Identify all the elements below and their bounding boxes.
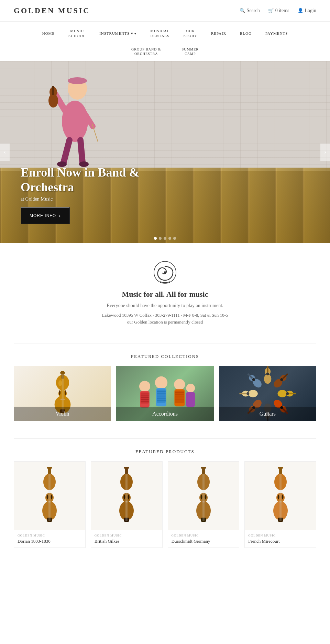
collection-guitars-label: Guitars (219, 407, 316, 421)
slider-dot-4[interactable] (168, 237, 171, 240)
login-button[interactable]: Login (298, 8, 316, 13)
address-line1: Lakewood 10395 W Colfax · 303-279-1111 ·… (102, 313, 228, 318)
svg-point-116 (200, 495, 202, 499)
slider-dot-3[interactable] (164, 237, 166, 240)
svg-point-100 (124, 467, 129, 469)
nav-payments[interactable]: PAYMENTS (258, 27, 295, 39)
svg-line-5 (64, 140, 69, 162)
svg-point-92 (47, 495, 48, 499)
products-section: FEATURED PRODUCTS (0, 449, 330, 562)
product-violin-1 (39, 467, 60, 525)
svg-point-28 (58, 380, 62, 386)
product-card-3[interactable]: GOLDEN MUSIC Durschmidt Germany (168, 461, 240, 548)
search-button[interactable]: Search (240, 8, 260, 13)
brand-section: Music for all. All for music Everyone sh… (0, 243, 330, 340)
nav-musical-rentals[interactable]: MUSICALRENTALS (143, 25, 177, 42)
svg-point-79 (248, 390, 258, 397)
section-divider-2 (14, 438, 316, 439)
svg-point-14 (164, 271, 166, 273)
svg-rect-57 (267, 366, 268, 372)
nav-repair[interactable]: REPAIR (204, 27, 233, 39)
product-card-2[interactable]: GOLDEN MUSIC British Gilkes (91, 461, 163, 548)
product-brand-2: GOLDEN MUSIC (95, 534, 159, 537)
user-icon (298, 8, 303, 13)
svg-point-128 (277, 495, 279, 499)
svg-line-6 (80, 140, 82, 162)
product-image-1 (14, 462, 85, 530)
nav-instruments[interactable]: INSTRUMENTS ▾ (92, 27, 143, 39)
product-name-2: British Gilkes (95, 539, 159, 544)
brand-description: Everyone should have the opportunity to … (14, 303, 316, 308)
product-image-4 (245, 462, 316, 530)
hero-prev-arrow[interactable]: ‹ (0, 144, 10, 161)
product-brand-3: GOLDEN MUSIC (172, 534, 236, 537)
svg-rect-65 (289, 393, 296, 394)
hero-section: Enroll Now in Band &Orchestra at Golden … (0, 61, 330, 243)
site-header: GOLDEN MUSIC Search 0 items Login (0, 0, 330, 22)
product-info-1: GOLDEN MUSIC Dorian 1803-1830 (14, 530, 85, 547)
svg-rect-54 (186, 392, 195, 407)
secondary-navigation: GROUP BAND &ORCHESTRA SUMMERCAMP (0, 42, 330, 61)
hero-next-arrow[interactable]: › (320, 144, 330, 161)
cart-button[interactable]: 0 items (268, 8, 289, 13)
golden-music-logo-svg (153, 260, 177, 284)
product-violin-4 (270, 467, 291, 525)
product-image-2 (91, 462, 162, 530)
brand-logo-icon (153, 260, 177, 284)
nav-blog[interactable]: BLOG (233, 27, 258, 39)
collections-section: FEATURED COLLECTIONS (0, 354, 330, 435)
login-label: Login (305, 8, 316, 13)
collection-card-guitars[interactable]: Guitars (219, 366, 316, 421)
product-violin-2 (116, 467, 137, 525)
svg-point-104 (124, 495, 125, 499)
product-name-3: Durschmidt Germany (172, 539, 236, 544)
svg-point-117 (205, 495, 206, 499)
nav-group-band[interactable]: GROUP BAND &ORCHESTRA (121, 45, 172, 58)
product-name-4: French Mirecourt (248, 539, 312, 544)
hero-slider-dots (154, 237, 176, 240)
slider-dot-5[interactable] (173, 237, 176, 240)
nav-our-story[interactable]: OURSTORY (177, 25, 204, 42)
product-info-3: GOLDEN MUSIC Durschmidt Germany (168, 530, 239, 547)
search-label: Search (247, 8, 260, 13)
collection-violin-label: Violin (14, 407, 111, 421)
svg-rect-27 (60, 399, 65, 400)
nav-home[interactable]: HOME (35, 27, 62, 39)
svg-rect-11 (52, 86, 54, 95)
cart-label: 0 items (275, 8, 289, 13)
products-section-title: FEATURED PRODUCTS (14, 449, 316, 454)
nav-music-school[interactable]: MUSICSCHOOL (62, 25, 92, 42)
brand-tagline: Music for all. All for music (14, 290, 316, 299)
product-card-4[interactable]: GOLDEN MUSIC French Mirecourt (244, 461, 316, 548)
product-violin-3 (193, 467, 214, 525)
cart-icon (268, 8, 274, 13)
more-info-button[interactable]: MORE INFO (21, 207, 70, 224)
svg-point-21 (65, 391, 66, 395)
svg-point-93 (51, 495, 53, 499)
nav-summer-camp[interactable]: SUMMERCAMP (172, 45, 209, 58)
hero-subheading: at Golden Music (21, 196, 139, 202)
collection-card-accordions[interactable]: Accordions (116, 366, 213, 421)
product-brand-1: GOLDEN MUSIC (18, 534, 82, 537)
svg-point-29 (139, 381, 150, 392)
product-image-3 (168, 462, 239, 530)
primary-navigation: HOME MUSICSCHOOL INSTRUMENTS ▾ MUSICALRE… (0, 22, 330, 42)
product-info-2: GOLDEN MUSIC British Gilkes (91, 530, 162, 547)
collection-accordions-label: Accordions (116, 407, 213, 421)
svg-point-129 (282, 495, 283, 499)
svg-point-20 (58, 391, 60, 395)
slider-dot-2[interactable] (159, 237, 162, 240)
brand-address: Lakewood 10395 W Colfax · 303-279-1111 ·… (14, 312, 316, 326)
svg-point-105 (128, 495, 130, 499)
search-icon (240, 8, 245, 13)
product-info-4: GOLDEN MUSIC French Mirecourt (245, 530, 316, 547)
svg-point-88 (47, 467, 52, 469)
product-card-1[interactable]: GOLDEN MUSIC Dorian 1803-1830 (14, 461, 86, 548)
address-line2: our Golden location is permanently close… (127, 319, 203, 325)
collections-section-title: FEATURED COLLECTIONS (0, 354, 330, 359)
collection-card-violin[interactable]: Violin (14, 366, 111, 421)
product-name-1: Dorian 1803-1830 (18, 539, 82, 544)
svg-point-124 (278, 467, 283, 469)
slider-dot-1[interactable] (154, 237, 157, 240)
site-logo[interactable]: GOLDEN MUSIC (14, 6, 90, 15)
